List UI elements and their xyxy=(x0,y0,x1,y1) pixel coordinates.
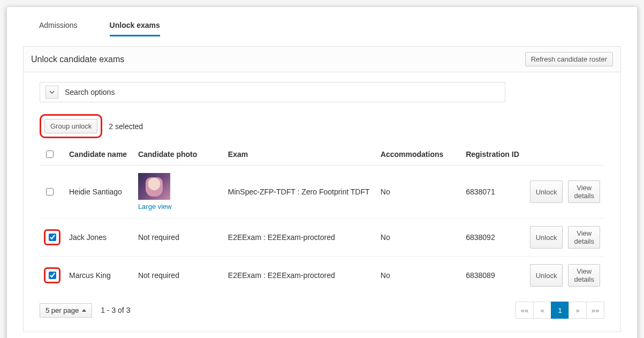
unlock-button[interactable]: Unlock xyxy=(530,226,563,249)
header-reg: Registration ID xyxy=(461,144,526,166)
search-options-panel: Search options xyxy=(40,82,505,102)
exam-name: E2EExam : E2EExam-proctored xyxy=(224,257,376,295)
candidate-name: Heidie Santiago xyxy=(65,166,134,219)
unlock-button[interactable]: Unlock xyxy=(530,264,563,287)
header-name: Candidate name xyxy=(65,144,134,166)
photo-not-required: Not required xyxy=(134,257,224,295)
row-checkbox-highlight xyxy=(44,267,60,283)
view-details-button[interactable]: View details xyxy=(568,181,600,203)
select-all-checkbox[interactable] xyxy=(46,151,54,158)
caret-up-icon xyxy=(82,309,86,312)
header-photo: Candidate photo xyxy=(134,144,224,166)
row-checkbox[interactable] xyxy=(49,234,56,241)
candidate-name: Jack Jones xyxy=(65,219,134,257)
exam-name: E2EExam : E2EExam-proctored xyxy=(224,219,376,257)
range-label: 1 - 3 of 3 xyxy=(101,306,130,314)
refresh-roster-button[interactable]: Refresh candidate roster xyxy=(525,52,613,66)
unlock-button[interactable]: Unlock xyxy=(530,181,563,203)
page-first[interactable]: «« xyxy=(516,302,534,319)
photo-not-required: Not required xyxy=(134,219,224,257)
panel-title: Unlock candidate exams xyxy=(31,55,124,64)
table-footer: 5 per page 1 - 3 of 3 «« « 1 » »» xyxy=(40,302,604,319)
group-unlock-row: Group unlock 2 selected xyxy=(40,114,604,138)
tab-bar: Admissions Unlock exams xyxy=(23,18,621,36)
view-details-button[interactable]: View details xyxy=(568,226,600,249)
row-checkbox[interactable] xyxy=(49,272,56,279)
accommodations: No xyxy=(376,219,461,257)
accommodations: No xyxy=(376,257,461,295)
registration-id: 6838092 xyxy=(461,219,526,257)
table-row: Heidie SantiagoLarge viewMinSpec-ZFP-TDF… xyxy=(40,166,604,219)
tab-unlock-exams[interactable]: Unlock exams xyxy=(110,18,160,36)
large-view-link[interactable]: Large view xyxy=(138,202,172,211)
exam-name: MinSpec-ZFP-TDFT : Zero Footprint TDFT xyxy=(224,166,376,219)
table-row: Marcus KingNot requiredE2EExam : E2EExam… xyxy=(40,257,604,295)
registration-id: 6838071 xyxy=(461,166,526,219)
page-current[interactable]: 1 xyxy=(551,302,569,319)
selected-count: 2 selected xyxy=(109,122,143,131)
panel-header: Unlock candidate exams Refresh candidate… xyxy=(23,46,621,72)
search-options-label: Search options xyxy=(65,88,115,96)
candidate-table: Candidate name Candidate photo Exam Acco… xyxy=(40,144,604,294)
page-next[interactable]: » xyxy=(569,302,587,319)
per-page-label: 5 per page xyxy=(46,306,79,314)
candidate-name: Marcus King xyxy=(65,257,134,295)
panel-body: Search options Group unlock 2 selected C… xyxy=(23,72,621,332)
view-details-button[interactable]: View details xyxy=(568,264,600,287)
per-page-dropdown[interactable]: 5 per page xyxy=(40,303,92,318)
group-unlock-highlight: Group unlock xyxy=(40,114,102,138)
page-last[interactable]: »» xyxy=(586,302,604,319)
table-row: Jack JonesNot requiredE2EExam : E2EExam-… xyxy=(40,219,604,257)
expand-search-button[interactable] xyxy=(46,86,58,99)
row-checkbox-highlight xyxy=(44,229,60,245)
page-prev[interactable]: « xyxy=(533,302,551,319)
pagination: «« « 1 » »» xyxy=(516,302,604,319)
accommodations: No xyxy=(376,166,461,219)
candidate-photo-thumb xyxy=(138,173,170,200)
chevron-down-icon xyxy=(49,89,55,95)
registration-id: 6838089 xyxy=(461,257,526,295)
header-accom: Accommodations xyxy=(376,144,461,166)
app-window: Admissions Unlock exams Unlock candidate… xyxy=(6,6,638,338)
header-exam: Exam xyxy=(224,144,376,166)
tab-admissions[interactable]: Admissions xyxy=(39,18,78,36)
group-unlock-button[interactable]: Group unlock xyxy=(44,119,97,133)
row-checkbox[interactable] xyxy=(46,188,54,196)
